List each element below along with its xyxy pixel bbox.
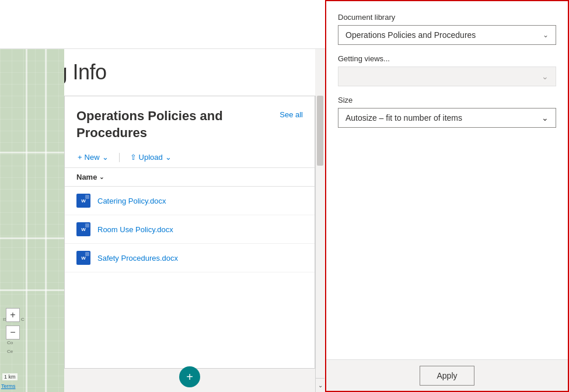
upload-chevron-icon: ⌄ — [165, 153, 172, 162]
plus-icon: + — [78, 153, 82, 162]
add-button-container: + — [179, 366, 200, 387]
new-label: New — [85, 153, 100, 162]
views-dropdown-disabled: ⌄ — [338, 66, 556, 86]
map-road — [0, 152, 64, 153]
new-chevron-icon: ⌄ — [102, 153, 109, 162]
doc-library-value: Operations Policies and Procedures — [345, 30, 476, 40]
sort-chevron-icon: ⌄ — [99, 174, 104, 180]
map-grid: ISLAND C Co Ce + − 1 km Terms — [0, 49, 64, 392]
list-toolbar: + New ⌄ ⇧ Upload ⌄ — [65, 147, 315, 168]
doc-library-label: Document library — [338, 13, 556, 22]
upload-label: Upload — [139, 153, 163, 162]
getting-views-label: Getting views... — [338, 54, 556, 63]
toolbar-separator — [119, 153, 120, 162]
map-zoom-minus[interactable]: − — [6, 326, 20, 340]
map-scale: 1 km — [2, 373, 18, 380]
word-doc-icon: W — [76, 222, 90, 236]
size-label: Size — [338, 96, 556, 104]
word-icon-w: W — [81, 256, 86, 261]
apply-button[interactable]: Apply — [420, 366, 474, 386]
dropdown-chevron-icon: ⌄ — [543, 31, 549, 39]
card-title: Operations Policies and Procedures — [76, 108, 223, 141]
map-road — [0, 237, 64, 239]
map-road — [45, 49, 47, 392]
file-name[interactable]: Catering Policy.docx — [97, 197, 166, 205]
column-name-label: Name — [76, 173, 97, 181]
card-title-line2: Procedures — [76, 125, 147, 140]
file-item[interactable]: W Safety Procedures.docx — [65, 244, 315, 272]
word-doc-icon: W — [76, 194, 90, 208]
column-header-name[interactable]: Name ⌄ — [65, 168, 315, 187]
size-dropdown-chevron-icon: ⌄ — [542, 113, 549, 123]
content-card: ✏ ✛ ✦ 🗑 Operations Policies and Procedur… — [64, 96, 315, 369]
card-title-line1: Operations Policies and — [76, 108, 223, 123]
size-value: Autosize – fit to number of items — [345, 113, 462, 123]
right-panel: Document library Operations Policies and… — [325, 0, 569, 392]
new-button[interactable]: + New ⌄ — [76, 150, 110, 164]
see-all-link[interactable]: See all — [280, 110, 303, 119]
map-road — [0, 289, 64, 291]
right-panel-inner: Document library Operations Policies and… — [326, 1, 568, 139]
scroll-thumb[interactable] — [317, 96, 323, 166]
map-city-label2: Ce — [7, 349, 13, 354]
scroll-down-chevron[interactable]: ⌄ — [316, 378, 324, 392]
map-zoom-plus[interactable]: + — [6, 308, 20, 322]
card-header: Operations Policies and Procedures See a… — [65, 96, 315, 147]
map-city-label: Co — [7, 340, 13, 345]
apply-btn-container: Apply — [326, 359, 568, 391]
size-dropdown[interactable]: Autosize – fit to number of items ⌄ — [338, 108, 556, 128]
file-name[interactable]: Room Use Policy.docx — [97, 225, 173, 234]
doc-library-dropdown[interactable]: Operations Policies and Procedures ⌄ — [338, 25, 556, 45]
word-icon-w: W — [81, 227, 86, 232]
dropdown-chevron-disabled-icon: ⌄ — [542, 72, 549, 81]
file-name[interactable]: Safety Procedures.docx — [97, 254, 178, 262]
file-item[interactable]: W Room Use Policy.docx — [65, 215, 315, 244]
scroll-bar[interactable]: ⌄ — [315, 96, 324, 392]
word-icon-w: W — [81, 198, 86, 204]
upload-icon: ⇧ — [130, 153, 137, 162]
file-item[interactable]: W Catering Policy.docx — [65, 187, 315, 215]
add-button[interactable]: + — [179, 366, 200, 387]
map-area: ISLAND C Co Ce + − 1 km Terms — [0, 49, 64, 392]
map-terms-link[interactable]: Terms — [1, 383, 16, 389]
word-doc-icon: W — [76, 251, 90, 265]
map-road — [26, 49, 27, 392]
upload-button[interactable]: ⇧ Upload ⌄ — [129, 150, 173, 164]
